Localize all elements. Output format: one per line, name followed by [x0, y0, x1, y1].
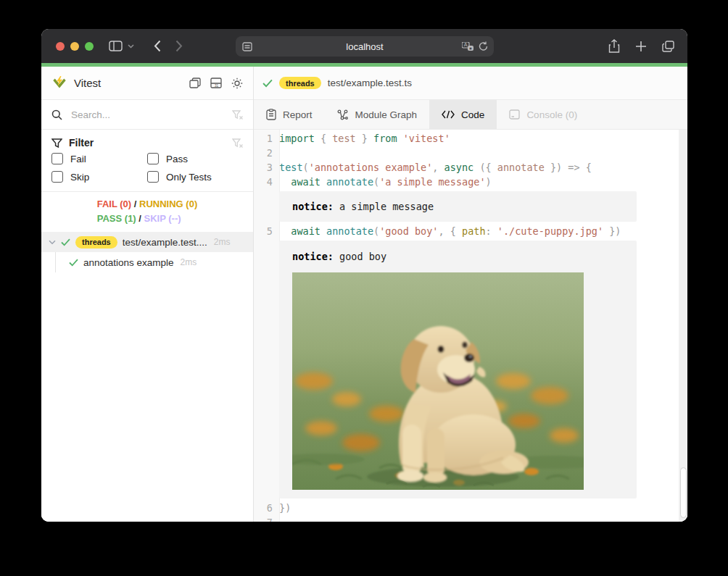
checkbox[interactable] [147, 153, 159, 164]
url-text[interactable]: localhost [236, 41, 494, 52]
code-line: 5 await annotate('good boy', { path: './… [254, 224, 679, 238]
tab-bar: Report Module Graph Code [254, 100, 687, 130]
code-line: 3 test('annotations example', async ({ a… [254, 160, 679, 175]
chevron-down-icon[interactable] [128, 44, 134, 49]
pass-check-icon [262, 79, 273, 88]
checkbox[interactable] [51, 153, 63, 164]
skip-count: SKIP (--) [144, 213, 181, 224]
filter-checkbox-only-tests[interactable]: Only Tests [147, 171, 243, 183]
test-case-name: annotations example [83, 257, 174, 268]
dashboard-icon[interactable]: 31 [210, 78, 222, 88]
filter-checkbox-pass[interactable]: Pass [147, 153, 243, 164]
pass-check-icon [69, 259, 78, 267]
checkbox[interactable] [51, 171, 63, 183]
translate-icon[interactable]: A ★ [462, 42, 473, 51]
pool-badge: threads [279, 77, 321, 89]
browser-window: localhost A ★ [41, 29, 687, 522]
module-graph-icon [337, 109, 349, 120]
funnel-icon [51, 138, 62, 148]
file-header: threads test/example.test.ts [254, 67, 687, 100]
collapse-windows-icon[interactable] [189, 78, 201, 88]
search-input[interactable] [70, 109, 225, 121]
code-line: 4 await annotate('a simple message') [254, 175, 679, 189]
app-title: Vitest [74, 77, 183, 89]
tab-console: Console (0) [497, 100, 590, 129]
test-duration: 2ms [214, 237, 231, 247]
reload-icon[interactable] [479, 41, 488, 51]
test-file-name: test/example.test.... [123, 237, 207, 248]
chevron-down-icon[interactable] [49, 240, 56, 245]
svg-text:A: A [464, 42, 468, 47]
report-icon [266, 109, 276, 120]
address-bar[interactable]: localhost A ★ [236, 36, 494, 57]
code-line: 2 [254, 146, 679, 160]
zoom-window-button[interactable] [85, 42, 94, 51]
code-line: 1 import { test } from 'vitest' [254, 131, 679, 146]
browser-toolbar: localhost A ★ [41, 29, 687, 63]
tab-report[interactable]: Report [254, 100, 325, 129]
share-icon[interactable] [608, 39, 620, 53]
sidebar: Vitest 31 [41, 67, 254, 522]
annotation-puppy-image [292, 272, 584, 490]
minimize-window-button[interactable] [70, 42, 79, 51]
clear-filter-icon[interactable] [232, 138, 243, 148]
running-count: RUNNING (0) [139, 199, 197, 209]
scrollbar-track[interactable] [679, 130, 687, 522]
filter-label: Filter [69, 137, 226, 149]
annotation-widget: notice: good boy [254, 241, 679, 498]
code-line: 6 }) [254, 501, 679, 515]
notice-message: notice: good boy [292, 249, 624, 264]
code-editor[interactable]: 1 import { test } from 'vitest' 2 3 test… [254, 130, 687, 522]
desktop: { "browser": { "url": "localhost", "traf… [0, 0, 728, 576]
main-panel: threads test/example.test.ts Report [254, 67, 687, 522]
annotation-widget: notice: a simple message [254, 191, 679, 222]
traffic-lights [56, 42, 94, 51]
tab-module-graph[interactable]: Module Graph [325, 100, 430, 129]
theme-toggle-sun-icon[interactable] [231, 78, 243, 89]
vitest-logo-icon [51, 75, 67, 91]
fail-count: FAIL (0) [97, 199, 131, 209]
forward-button [175, 40, 183, 52]
tab-code[interactable]: Code [429, 100, 497, 129]
pass-count: PASS (1) [97, 213, 136, 224]
scrollbar-thumb[interactable] [680, 467, 687, 518]
new-tab-icon[interactable] [635, 41, 647, 52]
svg-text:★: ★ [468, 46, 472, 50]
back-button[interactable] [154, 40, 161, 52]
indent-guide [55, 252, 56, 272]
sidebar-toggle-icon[interactable] [109, 41, 123, 51]
test-case-row[interactable]: annotations example 2ms [41, 252, 253, 272]
test-duration: 2ms [181, 257, 197, 267]
tab-overview-icon[interactable] [662, 41, 674, 52]
code-line: 7 [254, 515, 679, 522]
code-icon [442, 110, 455, 119]
pass-check-icon [61, 238, 70, 246]
clear-search-filter-icon[interactable] [232, 110, 243, 120]
file-path: test/example.test.ts [328, 78, 412, 88]
pool-badge: threads [75, 236, 117, 249]
test-stats: FAIL (0) / RUNNING (0) PASS (1) / SKIP (… [41, 192, 253, 232]
svg-text:31: 31 [215, 84, 219, 88]
filter-section: Filter Fail Pass Skip [41, 130, 253, 192]
test-file-row[interactable]: threads test/example.test.... 2ms [41, 232, 253, 252]
search-icon [51, 109, 62, 120]
notice-message: notice: a simple message [292, 199, 624, 214]
filter-checkbox-fail[interactable]: Fail [51, 153, 147, 164]
filter-checkbox-skip[interactable]: Skip [51, 171, 147, 183]
console-icon [509, 109, 520, 120]
close-window-button[interactable] [56, 42, 65, 51]
checkbox[interactable] [147, 171, 159, 183]
